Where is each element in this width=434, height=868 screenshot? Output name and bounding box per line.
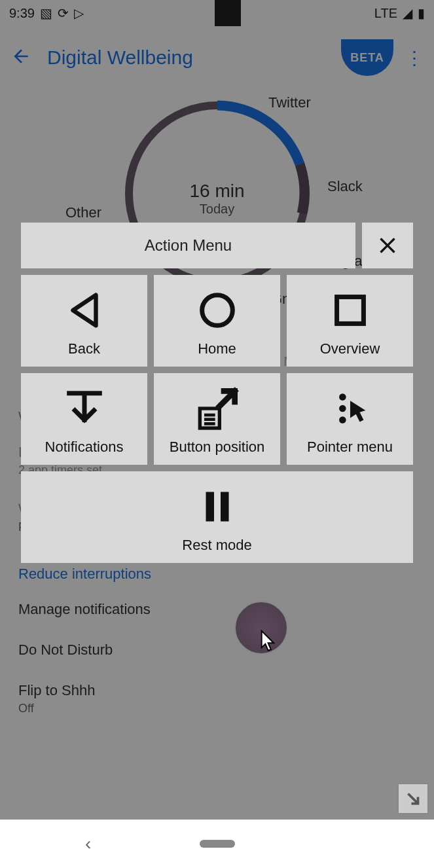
image-icon: ▧ — [40, 5, 52, 21]
chart-label-other: Other — [65, 204, 101, 221]
manage-notifications-title: Manage notifications — [18, 601, 416, 618]
nav-back-chevron-icon[interactable]: ‹ — [85, 833, 91, 854]
home-button[interactable]: Home — [154, 275, 280, 367]
svg-rect-11 — [221, 492, 229, 522]
beta-badge: BETA — [341, 39, 393, 76]
svg-rect-2 — [336, 297, 363, 324]
refresh-icon: ⟳ — [58, 5, 69, 21]
cursor-arrow-icon — [258, 627, 280, 653]
overflow-menu-icon[interactable]: ⋮ — [405, 47, 424, 69]
battery-icon: ▮ — [418, 5, 425, 21]
overview-square-icon — [327, 284, 373, 336]
system-nav-bar: ‹ — [0, 820, 434, 868]
status-time: 9:39 — [9, 6, 35, 21]
manage-notifications-item[interactable]: Manage notifications — [0, 589, 434, 630]
svg-rect-10 — [206, 492, 214, 522]
back-triangle-icon — [62, 284, 107, 336]
dnd-title: Do Not Disturb — [18, 642, 416, 659]
app-bar: Digital Wellbeing BETA ⋮ — [0, 26, 434, 82]
home-label: Home — [198, 340, 236, 357]
flip-sub: Off — [18, 702, 416, 715]
diagonal-arrow-icon — [403, 789, 423, 808]
pause-icon — [198, 480, 237, 533]
svg-point-7 — [339, 393, 346, 401]
notifications-label: Notifications — [45, 439, 124, 456]
page-title: Digital Wellbeing — [47, 46, 341, 69]
back-button[interactable]: Back — [21, 275, 147, 367]
overview-label: Overview — [320, 340, 380, 357]
now-playing-thumbnail — [215, 0, 241, 26]
pointer-menu-button[interactable]: Pointer menu — [287, 373, 413, 465]
pointer-menu-icon — [327, 382, 373, 435]
back-label: Back — [68, 340, 100, 357]
do-not-disturb-item[interactable]: Do Not Disturb — [0, 630, 434, 670]
action-menu: Action Menu Back Home Overview — [21, 223, 413, 570]
pull-down-icon — [62, 382, 107, 435]
notifications-button[interactable]: Notifications — [21, 373, 147, 465]
button-position-label: Button position — [170, 439, 265, 456]
svg-point-9 — [339, 416, 346, 424]
close-button[interactable] — [362, 223, 413, 268]
action-menu-title: Action Menu — [21, 223, 355, 268]
button-position-button[interactable]: Button position — [154, 373, 280, 465]
status-bar: 9:39 ▧ ⟳ ▷ LTE ◢ ▮ — [0, 0, 434, 26]
time-period: Today — [189, 202, 244, 217]
chart-label-slack: Slack — [327, 178, 363, 195]
signal-icon: ◢ — [403, 5, 412, 21]
svg-point-8 — [339, 405, 346, 412]
play-store-icon: ▷ — [74, 5, 84, 21]
chart-label-twitter: Twitter — [268, 94, 311, 111]
network-label: LTE — [374, 6, 397, 21]
rest-mode-button[interactable]: Rest mode — [21, 471, 413, 563]
pointer-menu-label: Pointer menu — [307, 439, 393, 456]
back-arrow-icon[interactable] — [10, 46, 31, 69]
total-time: 16 min — [189, 181, 244, 202]
flip-to-shhh-item[interactable]: Flip to Shhh Off — [0, 670, 434, 727]
accessibility-move-handle[interactable] — [397, 783, 429, 814]
move-arrow-icon — [191, 382, 244, 435]
close-icon — [374, 232, 401, 259]
svg-point-1 — [202, 295, 232, 326]
nav-home-pill[interactable] — [200, 840, 235, 848]
flip-title: Flip to Shhh — [18, 682, 416, 699]
home-circle-icon — [194, 284, 240, 336]
overview-button[interactable]: Overview — [287, 275, 413, 367]
rest-mode-label: Rest mode — [182, 537, 251, 554]
